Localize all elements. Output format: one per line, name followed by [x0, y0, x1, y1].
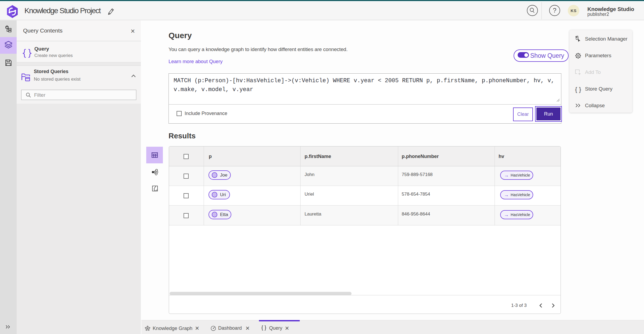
svg-text:?: ?	[553, 7, 556, 14]
